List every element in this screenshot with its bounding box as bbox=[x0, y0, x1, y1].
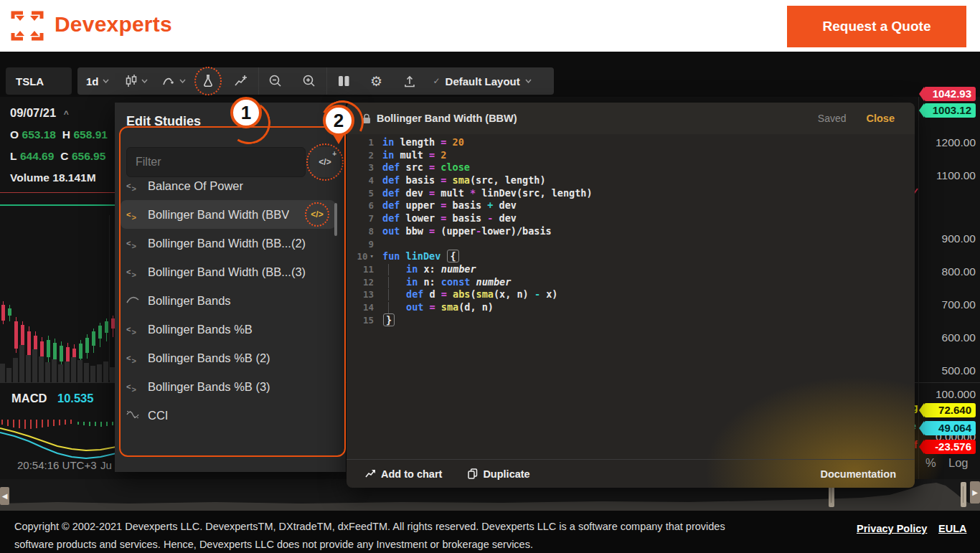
close-label: C bbox=[60, 150, 68, 162]
zoom-out-icon bbox=[268, 74, 283, 88]
study-label: Bollinger Band Width (BB...(2) bbox=[148, 237, 306, 250]
study-label: Balance Of Power bbox=[148, 179, 243, 193]
macd-histogram-bar bbox=[59, 420, 60, 425]
curve-study-icon bbox=[126, 294, 148, 307]
add-trend-button[interactable] bbox=[224, 67, 258, 95]
zoom-in-button[interactable] bbox=[293, 67, 326, 95]
macd-label: MACD bbox=[11, 392, 47, 405]
study-label: Bollinger Band Width (BB...(3) bbox=[148, 265, 306, 279]
open-label: O bbox=[10, 128, 19, 141]
lock-icon bbox=[362, 113, 371, 124]
code-line[interactable]: 12in n: const number bbox=[347, 276, 915, 289]
chart-type-button[interactable] bbox=[118, 67, 155, 95]
code-study-icon: <> bbox=[126, 379, 148, 394]
code-line[interactable]: 14out = sma(d, n) bbox=[347, 301, 915, 314]
export-button[interactable] bbox=[393, 67, 426, 95]
navigator-handle-right[interactable] bbox=[961, 482, 966, 507]
volume-bar bbox=[0, 364, 5, 382]
study-item[interactable]: <>Bollinger Bands %B (2) bbox=[115, 344, 346, 372]
price-axis[interactable]: 1042.93 1003.12 72.640 49.064 -23.576 13… bbox=[918, 97, 980, 479]
code-study-icon: <> bbox=[126, 351, 148, 365]
volume-bar bbox=[58, 364, 63, 382]
line-number: 6 bbox=[347, 199, 382, 212]
eula-link[interactable]: EULA bbox=[938, 523, 966, 534]
percent-scale-button[interactable]: % bbox=[925, 456, 936, 470]
high-label: H bbox=[62, 128, 70, 141]
edit-code-icon[interactable]: </> bbox=[308, 206, 326, 223]
study-item[interactable]: Bollinger Bands bbox=[115, 286, 346, 315]
editor-footer: Add to chart Duplicate Documentation bbox=[347, 459, 915, 488]
code-text: in length = 20 bbox=[382, 136, 464, 149]
add-to-chart-button[interactable]: Add to chart bbox=[365, 468, 442, 480]
candle-body bbox=[14, 321, 18, 349]
study-item[interactable]: CCI bbox=[115, 401, 346, 430]
code-text: out = sma(d, n) bbox=[382, 301, 494, 314]
code-line[interactable]: 8out bbw = (upper-lower)/basis bbox=[347, 225, 915, 238]
high-value: 658.91 bbox=[73, 128, 107, 141]
candle-body bbox=[85, 338, 89, 353]
date-label[interactable]: 09/07/21 ^ bbox=[10, 106, 108, 120]
request-quote-button[interactable]: Request a Quote bbox=[787, 6, 966, 47]
code-text: in mult = 2 bbox=[382, 149, 446, 162]
code-line[interactable]: 11in x: number bbox=[347, 263, 915, 276]
line-number: 9 bbox=[347, 238, 382, 251]
code-line[interactable]: 9 bbox=[347, 238, 915, 251]
candle-body bbox=[53, 343, 57, 360]
macd-histogram-bar bbox=[70, 420, 72, 424]
layout-grid-button[interactable] bbox=[327, 67, 360, 95]
code-line[interactable]: 7def lower = basis - dev bbox=[347, 212, 915, 225]
scrollbar-thumb[interactable] bbox=[334, 203, 337, 236]
line-number: 15 bbox=[347, 314, 382, 327]
code-line[interactable]: 5def dev = mult * linDev(src, length) bbox=[347, 187, 915, 200]
panel-title: Edit Studies bbox=[126, 114, 201, 129]
settings-button[interactable]: ⚙ bbox=[360, 67, 393, 95]
code-line[interactable]: 10▾fun linDev { bbox=[347, 250, 915, 263]
code-text: } bbox=[382, 314, 395, 327]
navigator-left-arrow[interactable]: ◀ bbox=[0, 487, 9, 505]
line-number: 7 bbox=[347, 212, 382, 225]
fold-arrow-icon[interactable]: ▾ bbox=[370, 250, 374, 263]
study-item[interactable]: <>Bollinger Band Width (BB...(3) bbox=[115, 257, 346, 286]
code-line[interactable]: 1in length = 20 bbox=[347, 136, 915, 149]
editor-title: Bollinger Band Width (BBW) bbox=[377, 113, 517, 124]
log-scale-button[interactable]: Log bbox=[948, 456, 969, 470]
close-button[interactable]: Close bbox=[867, 113, 895, 124]
duplicate-button[interactable]: Duplicate bbox=[468, 468, 529, 480]
drawings-button[interactable] bbox=[155, 67, 192, 95]
brand-name[interactable]: Devexperts bbox=[55, 12, 172, 37]
chevron-down-icon bbox=[103, 79, 109, 83]
saved-status: Saved bbox=[818, 113, 847, 124]
layout-selector[interactable]: ✓ Default Layout bbox=[426, 67, 540, 95]
code-editor[interactable]: 1in length = 202in mult = 23def src = cl… bbox=[347, 136, 915, 326]
macd-histogram-bar bbox=[1, 420, 3, 425]
macd-histogram-bar bbox=[65, 420, 66, 425]
studies-button[interactable] bbox=[192, 67, 224, 95]
privacy-policy-link[interactable]: Privacy Policy bbox=[857, 523, 927, 534]
study-item[interactable]: <>Bollinger Bands %B (3) bbox=[115, 372, 346, 401]
volume-bar bbox=[103, 361, 108, 382]
navigator-right-arrow[interactable]: ▶ bbox=[970, 481, 980, 504]
symbol-selector[interactable]: TSLA bbox=[6, 67, 72, 95]
candle-body bbox=[27, 331, 31, 355]
layout-name: Default Layout bbox=[446, 75, 520, 88]
code-line[interactable]: 4def basis = sma(src, length) bbox=[347, 174, 915, 187]
code-study-icon: <> bbox=[126, 322, 148, 336]
documentation-link[interactable]: Documentation bbox=[820, 468, 896, 480]
axis-label: 100.000 bbox=[924, 388, 976, 401]
macd-histogram-bar bbox=[112, 422, 113, 425]
study-item[interactable]: <>Bollinger Band Width (BB...(2) bbox=[115, 229, 346, 257]
candle-body bbox=[92, 331, 95, 346]
timeframe-selector[interactable]: 1d bbox=[77, 67, 118, 95]
zoom-out-button[interactable] bbox=[259, 67, 293, 95]
code-line[interactable]: 13def d = abs(sma(x, n) - x) bbox=[347, 288, 915, 301]
study-item[interactable]: <>Balance Of Power bbox=[115, 171, 346, 200]
study-item[interactable]: <>Bollinger Band Width (BBV</> bbox=[121, 200, 336, 229]
code-line[interactable]: 15} bbox=[347, 314, 915, 327]
code-line[interactable]: 2in mult = 2 bbox=[347, 149, 915, 162]
code-line[interactable]: 3def src = close bbox=[347, 161, 915, 174]
macd-histogram-bar bbox=[47, 420, 49, 427]
chart-toolbar: 1d bbox=[77, 67, 554, 95]
code-line[interactable]: 6def upper = basis + dev bbox=[347, 199, 915, 212]
study-item[interactable]: <>Bollinger Bands %B bbox=[115, 315, 346, 344]
app-root: 09/07/21 ^ O 653.18 H 658.91 L 644.69 C … bbox=[0, 0, 980, 553]
